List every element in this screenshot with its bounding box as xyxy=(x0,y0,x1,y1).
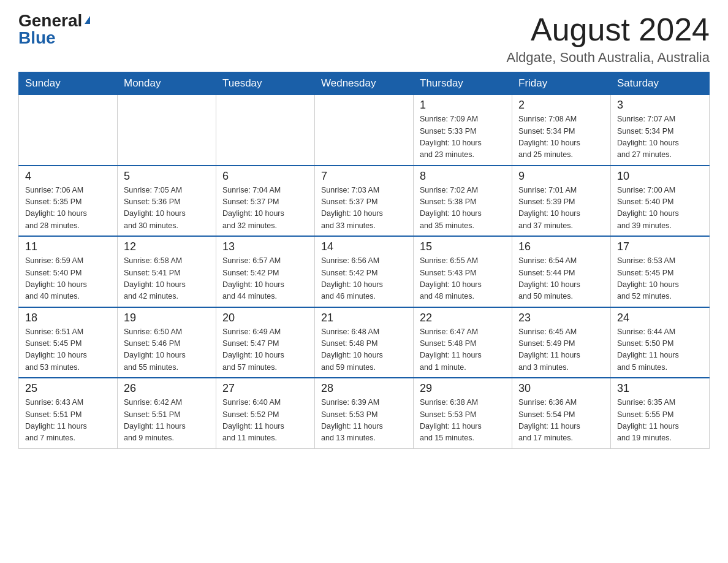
day-info: Sunrise: 7:02 AMSunset: 5:38 PMDaylight:… xyxy=(420,185,506,232)
calendar-cell: 17Sunrise: 6:53 AMSunset: 5:45 PMDayligh… xyxy=(611,236,710,307)
day-number: 4 xyxy=(25,170,111,183)
day-info: Sunrise: 7:07 AMSunset: 5:34 PMDaylight:… xyxy=(617,113,703,161)
day-info: Sunrise: 6:38 AMSunset: 5:53 PMDaylight:… xyxy=(420,397,506,445)
day-number: 15 xyxy=(420,240,506,253)
day-number: 28 xyxy=(321,382,407,395)
day-number: 8 xyxy=(420,170,506,183)
calendar-header-thursday: Thursday xyxy=(414,72,512,95)
day-number: 23 xyxy=(518,312,604,324)
calendar-cell: 30Sunrise: 6:36 AMSunset: 5:54 PMDayligh… xyxy=(512,378,611,448)
day-number: 10 xyxy=(617,170,703,183)
day-number: 30 xyxy=(518,382,604,395)
calendar-week-row: 25Sunrise: 6:43 AMSunset: 5:51 PMDayligh… xyxy=(19,378,710,448)
day-info: Sunrise: 6:40 AMSunset: 5:52 PMDaylight:… xyxy=(222,397,308,445)
calendar-header-monday: Monday xyxy=(118,72,216,95)
day-info: Sunrise: 7:05 AMSunset: 5:36 PMDaylight:… xyxy=(124,185,210,232)
calendar-cell: 25Sunrise: 6:43 AMSunset: 5:51 PMDayligh… xyxy=(19,378,118,448)
calendar-header-saturday: Saturday xyxy=(611,72,710,95)
day-info: Sunrise: 6:47 AMSunset: 5:48 PMDaylight:… xyxy=(420,326,506,374)
calendar-cell: 13Sunrise: 6:57 AMSunset: 5:42 PMDayligh… xyxy=(216,236,315,307)
calendar-header-tuesday: Tuesday xyxy=(216,72,315,95)
day-number: 9 xyxy=(518,170,604,183)
day-number: 16 xyxy=(518,240,604,253)
calendar-week-row: 1Sunrise: 7:09 AMSunset: 5:33 PMDaylight… xyxy=(19,95,710,166)
day-number: 25 xyxy=(25,382,111,395)
calendar-cell: 28Sunrise: 6:39 AMSunset: 5:53 PMDayligh… xyxy=(315,378,414,448)
calendar-cell: 4Sunrise: 7:06 AMSunset: 5:35 PMDaylight… xyxy=(19,166,118,237)
calendar-week-row: 18Sunrise: 6:51 AMSunset: 5:45 PMDayligh… xyxy=(19,307,710,378)
day-info: Sunrise: 6:55 AMSunset: 5:43 PMDaylight:… xyxy=(420,255,506,303)
calendar-week-row: 11Sunrise: 6:59 AMSunset: 5:40 PMDayligh… xyxy=(19,236,710,307)
calendar-header-wednesday: Wednesday xyxy=(315,72,414,95)
day-info: Sunrise: 6:42 AMSunset: 5:51 PMDaylight:… xyxy=(124,397,210,445)
day-number: 11 xyxy=(25,240,111,253)
calendar-cell: 12Sunrise: 6:58 AMSunset: 5:41 PMDayligh… xyxy=(118,236,216,307)
calendar-cell: 11Sunrise: 6:59 AMSunset: 5:40 PMDayligh… xyxy=(19,236,118,307)
calendar-week-row: 4Sunrise: 7:06 AMSunset: 5:35 PMDaylight… xyxy=(19,166,710,237)
calendar-header-sunday: Sunday xyxy=(19,72,118,95)
calendar-cell: 22Sunrise: 6:47 AMSunset: 5:48 PMDayligh… xyxy=(414,307,512,378)
calendar-cell: 15Sunrise: 6:55 AMSunset: 5:43 PMDayligh… xyxy=(414,236,512,307)
header: General Blue August 2024 Aldgate, South … xyxy=(18,12,710,66)
logo-blue-text: Blue xyxy=(18,29,56,47)
calendar-cell: 27Sunrise: 6:40 AMSunset: 5:52 PMDayligh… xyxy=(216,378,315,448)
day-number: 13 xyxy=(222,240,308,253)
calendar-cell: 23Sunrise: 6:45 AMSunset: 5:49 PMDayligh… xyxy=(512,307,611,378)
day-info: Sunrise: 6:44 AMSunset: 5:50 PMDaylight:… xyxy=(617,326,703,374)
day-number: 22 xyxy=(420,312,506,324)
day-info: Sunrise: 7:09 AMSunset: 5:33 PMDaylight:… xyxy=(420,113,506,161)
calendar-cell: 31Sunrise: 6:35 AMSunset: 5:55 PMDayligh… xyxy=(611,378,710,448)
calendar-cell: 2Sunrise: 7:08 AMSunset: 5:34 PMDaylight… xyxy=(512,95,611,166)
day-info: Sunrise: 6:50 AMSunset: 5:46 PMDaylight:… xyxy=(124,326,210,374)
calendar-cell: 24Sunrise: 6:44 AMSunset: 5:50 PMDayligh… xyxy=(611,307,710,378)
calendar-cell: 3Sunrise: 7:07 AMSunset: 5:34 PMDaylight… xyxy=(611,95,710,166)
day-number: 6 xyxy=(222,170,308,183)
calendar-cell xyxy=(216,95,315,166)
calendar-cell: 5Sunrise: 7:05 AMSunset: 5:36 PMDaylight… xyxy=(118,166,216,237)
logo-general-text: General xyxy=(18,12,82,29)
calendar-cell: 1Sunrise: 7:09 AMSunset: 5:33 PMDaylight… xyxy=(414,95,512,166)
day-info: Sunrise: 7:00 AMSunset: 5:40 PMDaylight:… xyxy=(617,185,703,232)
day-number: 3 xyxy=(617,99,703,112)
calendar-cell: 18Sunrise: 6:51 AMSunset: 5:45 PMDayligh… xyxy=(19,307,118,378)
calendar-cell: 7Sunrise: 7:03 AMSunset: 5:37 PMDaylight… xyxy=(315,166,414,237)
day-number: 2 xyxy=(518,99,604,112)
day-info: Sunrise: 7:03 AMSunset: 5:37 PMDaylight:… xyxy=(321,185,407,232)
calendar-cell: 29Sunrise: 6:38 AMSunset: 5:53 PMDayligh… xyxy=(414,378,512,448)
day-number: 26 xyxy=(124,382,210,395)
calendar-cell: 9Sunrise: 7:01 AMSunset: 5:39 PMDaylight… xyxy=(512,166,611,237)
calendar-cell: 8Sunrise: 7:02 AMSunset: 5:38 PMDaylight… xyxy=(414,166,512,237)
day-number: 20 xyxy=(222,312,308,324)
day-info: Sunrise: 6:36 AMSunset: 5:54 PMDaylight:… xyxy=(518,397,604,445)
day-info: Sunrise: 6:59 AMSunset: 5:40 PMDaylight:… xyxy=(25,255,111,303)
calendar-cell: 26Sunrise: 6:42 AMSunset: 5:51 PMDayligh… xyxy=(118,378,216,448)
calendar-cell: 14Sunrise: 6:56 AMSunset: 5:42 PMDayligh… xyxy=(315,236,414,307)
calendar-table: SundayMondayTuesdayWednesdayThursdayFrid… xyxy=(18,72,710,449)
logo: General Blue xyxy=(18,12,90,47)
calendar-cell xyxy=(118,95,216,166)
day-number: 27 xyxy=(222,382,308,395)
location: Aldgate, South Australia, Australia xyxy=(507,50,710,66)
calendar-cell: 6Sunrise: 7:04 AMSunset: 5:37 PMDaylight… xyxy=(216,166,315,237)
day-number: 1 xyxy=(420,99,506,112)
day-info: Sunrise: 6:43 AMSunset: 5:51 PMDaylight:… xyxy=(25,397,111,445)
calendar-cell xyxy=(315,95,414,166)
calendar-cell: 16Sunrise: 6:54 AMSunset: 5:44 PMDayligh… xyxy=(512,236,611,307)
day-info: Sunrise: 6:53 AMSunset: 5:45 PMDaylight:… xyxy=(617,255,703,303)
day-number: 7 xyxy=(321,170,407,183)
calendar-header-friday: Friday xyxy=(512,72,611,95)
day-info: Sunrise: 6:51 AMSunset: 5:45 PMDaylight:… xyxy=(25,326,111,374)
day-info: Sunrise: 7:01 AMSunset: 5:39 PMDaylight:… xyxy=(518,185,604,232)
calendar-cell xyxy=(19,95,118,166)
day-info: Sunrise: 6:58 AMSunset: 5:41 PMDaylight:… xyxy=(124,255,210,303)
day-number: 18 xyxy=(25,312,111,324)
title-area: August 2024 Aldgate, South Australia, Au… xyxy=(507,12,710,66)
day-info: Sunrise: 6:45 AMSunset: 5:49 PMDaylight:… xyxy=(518,326,604,374)
day-info: Sunrise: 6:35 AMSunset: 5:55 PMDaylight:… xyxy=(617,397,703,445)
day-info: Sunrise: 6:56 AMSunset: 5:42 PMDaylight:… xyxy=(321,255,407,303)
calendar-header-row: SundayMondayTuesdayWednesdayThursdayFrid… xyxy=(19,72,710,95)
day-info: Sunrise: 7:04 AMSunset: 5:37 PMDaylight:… xyxy=(222,185,308,232)
day-number: 12 xyxy=(124,240,210,253)
calendar-cell: 20Sunrise: 6:49 AMSunset: 5:47 PMDayligh… xyxy=(216,307,315,378)
day-number: 14 xyxy=(321,240,407,253)
